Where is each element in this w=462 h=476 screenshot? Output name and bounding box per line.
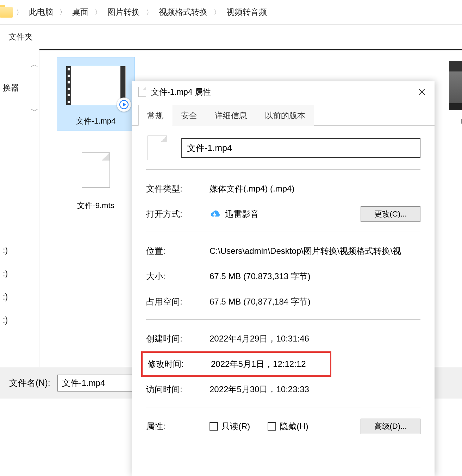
filename-field[interactable]: 文件-1.mp4 — [181, 138, 420, 158]
label-location: 位置: — [146, 245, 210, 257]
breadcrumb-item[interactable]: 视频转音频 — [223, 7, 270, 18]
value-created: 2022年4月29日，10:31:46 — [210, 333, 420, 344]
dialog-titlebar: 文件-1.mp4 属性 — [132, 81, 435, 102]
checkbox-icon — [268, 422, 276, 431]
checkbox-hidden[interactable]: 隐藏(H) — [268, 421, 308, 432]
nav-item[interactable]: :) — [0, 246, 8, 255]
nav-item[interactable]: 换器 — [0, 82, 19, 93]
chevron-right-icon: 〉 — [94, 8, 102, 17]
nav-item[interactable]: :) — [0, 269, 8, 278]
chevron-right-icon: 〉 — [145, 8, 153, 17]
label-attributes: 属性: — [146, 421, 210, 432]
video-thumbnail-icon — [66, 66, 126, 105]
play-overlay-icon — [117, 98, 131, 112]
label-openwith: 打开方式: — [146, 208, 210, 220]
address-bar: 〉 此电脑 〉 桌面 〉 图片转换 〉 视频格式转换 〉 视频转音频 — [0, 0, 462, 25]
value-modified: 2022年5月1日，12:12:12 — [211, 358, 330, 370]
value-accessed: 2022年5月30日，10:23:33 — [210, 384, 420, 395]
label-size: 大小: — [146, 271, 210, 282]
nav-item[interactable]: :) — [0, 315, 8, 325]
document-icon — [138, 87, 146, 97]
file-name: 文件-1.mp4 — [57, 114, 135, 131]
chevron-right-icon: 〉 — [15, 8, 23, 17]
tab-security[interactable]: 安全 — [172, 105, 206, 126]
document-icon — [148, 136, 167, 160]
value-filetype: 媒体文件(.mp4) (.mp4) — [210, 183, 420, 194]
label-sizeondisk: 占用空间: — [146, 296, 210, 307]
label-modified: 修改时间: — [148, 358, 211, 370]
label-filetype: 文件类型: — [146, 183, 210, 194]
checkbox-icon — [210, 422, 218, 431]
tab-previous-versions[interactable]: 以前的版本 — [256, 105, 314, 126]
value-sizeondisk: 67.5 MB (70,877,184 字节) — [210, 296, 420, 307]
highlight-modified-row: 修改时间: 2022年5月1日，12:12:12 — [141, 351, 331, 377]
chevron-right-icon: 〉 — [59, 8, 67, 17]
advanced-button[interactable]: 高级(D)... — [361, 419, 420, 434]
value-openwith: 迅雷影音 — [225, 208, 259, 220]
chevron-down-icon[interactable]: ﹀ — [0, 106, 38, 116]
change-button[interactable]: 更改(C)... — [361, 206, 420, 222]
breadcrumb-item[interactable]: 此电脑 — [25, 7, 57, 18]
value-location: C:\Users\admin\Desktop\图片转换\视频格式转换\视 — [210, 245, 420, 257]
tab-general[interactable]: 常规 — [138, 105, 172, 126]
explorer-toolbar: 文件夹 — [0, 25, 462, 49]
breadcrumb-item[interactable]: 图片转换 — [104, 7, 143, 18]
dialog-tabs: 常规 安全 详细信息 以前的版本 — [132, 105, 435, 126]
tab-details[interactable]: 详细信息 — [206, 105, 256, 126]
nav-item[interactable]: :) — [0, 292, 8, 302]
svg-marker-1 — [123, 103, 126, 107]
value-size: 67.5 MB (70,873,313 字节) — [210, 271, 420, 282]
chevron-up-icon[interactable]: ︿ — [0, 60, 38, 69]
breadcrumb-item[interactable]: 桌面 — [69, 7, 92, 18]
thunder-app-icon — [210, 209, 220, 219]
new-folder-label[interactable]: 文件夹 — [3, 31, 38, 42]
checkbox-readonly[interactable]: 只读(R) — [210, 421, 250, 432]
close-icon — [418, 88, 425, 95]
chevron-right-icon: 〉 — [213, 8, 221, 17]
breadcrumb-item[interactable]: 视频格式转换 — [155, 7, 211, 18]
filename-label: 文件名(N): — [9, 377, 50, 389]
close-button[interactable] — [416, 86, 428, 98]
checkbox-label: 只读(R) — [221, 421, 250, 432]
label-accessed: 访问时间: — [146, 384, 210, 395]
folder-icon — [0, 7, 13, 18]
file-item-selected[interactable]: 文件-1.mp4 — [57, 57, 135, 131]
video-thumbnail-icon — [449, 61, 462, 110]
properties-dialog: 文件-1.mp4 属性 常规 安全 详细信息 以前的版本 文件-1.mp4 文件… — [132, 81, 435, 476]
dialog-title: 文件-1.mp4 属性 — [151, 87, 211, 98]
filename-input[interactable] — [57, 375, 135, 392]
document-icon — [82, 152, 110, 188]
checkbox-label: 隐藏(H) — [280, 421, 308, 432]
file-name: 文件-9.mts — [57, 198, 135, 215]
file-item[interactable]: 文件-9.mts — [57, 142, 135, 215]
label-created: 创建时间: — [146, 333, 210, 344]
